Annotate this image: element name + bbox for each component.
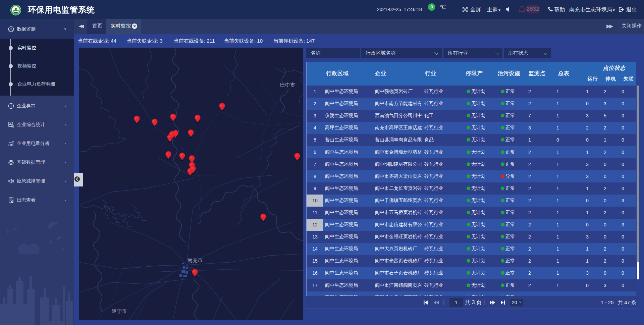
svg-text:遂宁市: 遂宁市 [112, 308, 127, 314]
svg-text:南充市: 南充市 [187, 257, 203, 263]
svg-text:巴中市: 巴中市 [280, 82, 295, 88]
